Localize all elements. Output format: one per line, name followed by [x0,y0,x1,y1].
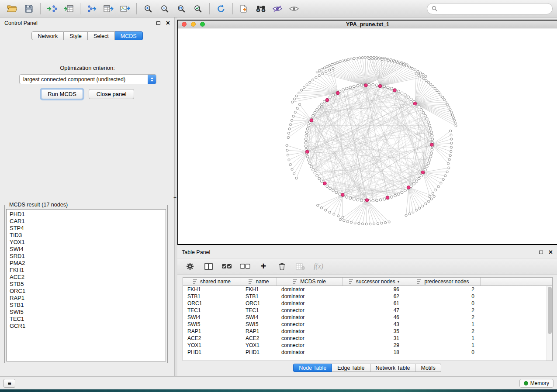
search-network-button[interactable] [253,2,269,16]
table-cell [481,307,547,314]
import-network-icon [47,4,57,13]
node-table-body: FKH1FKH1dominator962STB1STB1dominator620… [183,286,547,361]
list-item[interactable]: TID3 [7,232,166,239]
list-item[interactable]: SWI5 [7,309,166,316]
mcds-result-list[interactable]: PHD1CAR1STP4TID3YOX1SWI4SRD1PMA2FKH1ACE2… [6,209,166,361]
search-input[interactable] [440,5,548,12]
list-item[interactable]: CAR1 [7,218,166,225]
tab-motifs[interactable]: Motifs [415,364,441,372]
tab-style[interactable]: Style [64,31,88,40]
import-network-button[interactable] [44,2,60,16]
table-cell: connector [277,321,343,328]
export-table-button[interactable] [100,2,116,16]
table-settings-button[interactable] [184,261,196,272]
table-row[interactable]: TEC1TEC1connector472 [183,307,547,314]
table-row[interactable]: ORC1ORC1dominator610 [183,300,547,307]
table-row[interactable]: FKH1FKH1dominator962 [183,286,547,293]
hide-selected-button[interactable] [270,2,285,16]
table-cell: YOX1 [183,342,241,349]
run-mcds-button[interactable]: Run MCDS [41,89,83,99]
column-header-predecessor-nodes[interactable]: predecessor nodes [406,278,481,285]
table-row[interactable]: SWI4SWI4dominator462 [183,314,547,321]
list-item[interactable]: STP4 [7,225,166,232]
network-canvas[interactable] [178,28,557,244]
memory-button[interactable]: Memory [519,379,554,388]
tab-mcds[interactable]: MCDS [115,31,143,40]
deselect-all-button[interactable] [239,261,251,272]
zoom-fit-button[interactable] [173,2,189,16]
select-all-button[interactable] [221,261,232,272]
list-item[interactable]: PHD1 [7,211,166,218]
list-item[interactable]: ACE2 [7,274,166,281]
list-item[interactable]: YOX1 [7,239,166,246]
list-item[interactable]: STB5 [7,281,166,288]
window-close-button[interactable] [182,22,187,27]
window-zoom-button[interactable] [200,22,205,27]
export-image-button[interactable] [117,2,133,16]
table-row[interactable]: ACE2ACE2connector311 [183,335,547,342]
add-column-button[interactable]: + [258,261,269,272]
zoom-in-icon [144,4,152,13]
close-panel-icon[interactable]: × [166,20,170,27]
list-item[interactable]: FKH1 [7,267,166,274]
zoom-selected-button[interactable] [190,2,206,16]
open-session-button[interactable] [4,2,20,16]
tab-node-table[interactable]: Node Table [293,364,332,372]
table-cell [481,349,547,356]
column-header-shared-name[interactable]: shared name [183,278,241,285]
list-item[interactable]: TEC1 [7,316,166,323]
list-item[interactable]: RAP1 [7,295,166,302]
network-window-title: YPA_prune.txt_1 [346,21,389,28]
list-item[interactable]: SRD1 [7,253,166,260]
optimization-criterion-dropdown[interactable]: largest connected component (undirected) [19,74,156,84]
list-item[interactable]: STB1 [7,302,166,309]
show-all-button[interactable] [286,2,302,16]
splitter-arrows-icon[interactable]: ◂▸ [173,196,176,199]
search-field[interactable] [427,3,553,14]
tab-select[interactable]: Select [88,31,115,40]
float-panel-icon[interactable] [156,21,160,25]
list-item[interactable]: SWI4 [7,246,166,253]
import-table-button[interactable] [61,2,76,16]
scrollbar-thumb[interactable] [548,287,552,334]
close-panel-button[interactable]: Close panel [89,89,134,99]
zoom-out-icon [160,4,169,13]
tab-network[interactable]: Network [31,31,64,40]
close-table-panel-icon[interactable]: × [549,249,553,256]
dropdown-stepper-icon[interactable] [148,74,156,84]
table-row[interactable]: YOX1YOX1connector291 [183,342,547,349]
float-table-panel-icon[interactable] [539,251,543,254]
delete-column-button[interactable] [276,261,287,272]
share-document-button[interactable] [236,2,252,16]
table-scrollbar[interactable] [547,286,552,361]
table-row[interactable]: SWI5SWI5connector431 [183,321,547,328]
show-columns-button[interactable] [203,261,214,272]
table-cell: 1 [406,335,481,342]
network-svg[interactable] [178,28,557,244]
table-row[interactable]: RAP1RAP1dominator352 [183,328,547,335]
network-window-titlebar[interactable]: YPA_prune.txt_1 [178,21,557,28]
table-cell: 1 [406,342,481,349]
table-row[interactable]: PHD1PHD1dominator180 [183,349,547,356]
status-list-button[interactable]: ≡ [3,379,15,388]
export-network-button[interactable] [84,2,100,16]
delete-table-button-disabled [294,261,306,272]
tab-network-table[interactable]: Network Table [370,364,416,372]
list-item[interactable]: ORC1 [7,288,166,295]
window-minimize-button[interactable] [191,22,196,27]
table-cell: PHD1 [183,349,241,356]
tab-edge-table[interactable]: Edge Table [332,364,370,372]
table-cell: 43 [343,321,406,328]
table-cell: 46 [343,314,406,321]
column-header-name[interactable]: name [241,278,277,285]
zoom-in-button[interactable] [140,2,156,16]
memory-status-icon [524,381,528,385]
zoom-out-button[interactable] [157,2,173,16]
list-item[interactable]: PMA2 [7,260,166,267]
column-header-mcds-role[interactable]: MCDS role [277,278,343,285]
save-session-button[interactable] [21,2,37,16]
list-item[interactable]: GCR1 [7,323,166,330]
column-header-successor-nodes[interactable]: successor nodes ▾ [343,278,406,285]
refresh-button[interactable] [213,2,229,16]
table-row[interactable]: STB1STB1dominator620 [183,293,547,300]
